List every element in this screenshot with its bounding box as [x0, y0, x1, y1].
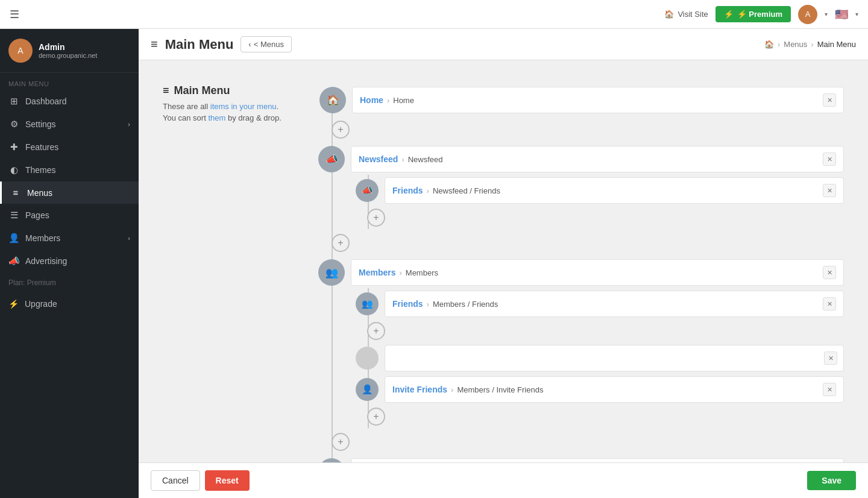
upgrade-icon: ⚡	[8, 299, 19, 309]
add-button-after-home[interactable]: +	[332, 121, 350, 139]
sidebar-item-features[interactable]: ✚ Features	[0, 136, 139, 159]
sidebar-item-label: Members	[25, 233, 60, 243]
themes-icon: ◐	[8, 165, 19, 175]
sidebar-item-label: Pages	[25, 210, 49, 220]
right-panel: 🏠 Home › Home ✕	[319, 72, 856, 462]
menu-item-invite-friends: Invite Friends › Members / Invite Friend…	[385, 376, 844, 403]
add-button-members-sub2[interactable]: +	[367, 408, 385, 426]
cancel-button[interactable]: Cancel	[151, 470, 200, 491]
sidebar-item-label: Advertising	[25, 256, 67, 266]
photos-node-icon: 📷	[318, 458, 345, 462]
breadcrumb: 🏠 › Menus › Main Menu	[764, 40, 856, 49]
user-avatar-topbar[interactable]: A	[798, 5, 817, 24]
members-friends-label: Friends	[392, 299, 423, 309]
members-label: Members	[359, 268, 395, 277]
page-header: ≡ Main Menu ‹ < Menus 🏠 › Menus › Main M…	[139, 29, 868, 60]
newsfeed-node-icon: 📣	[318, 146, 345, 172]
members-friends-icon: 👥	[356, 292, 379, 315]
menu-item-home: Home › Home ✕	[352, 87, 844, 113]
main-content: ≡ Main Menu ‹ < Menus 🏠 › Menus › Main M…	[139, 29, 868, 498]
sidebar-item-pages[interactable]: ☰ Pages	[0, 204, 139, 227]
members-chevron-icon: ›	[128, 235, 130, 242]
premium-button[interactable]: ⚡ ⚡ Premium	[715, 6, 791, 22]
add-button-after-newsfeed[interactable]: +	[332, 234, 350, 252]
features-icon: ✚	[8, 142, 19, 153]
lightning-icon: ⚡	[724, 10, 734, 19]
breadcrumb-home-icon[interactable]: 🏠	[764, 40, 774, 49]
blank-close-button[interactable]: ✕	[824, 351, 837, 365]
invite-friends-label: Invite Friends	[392, 385, 447, 394]
sidebar-item-themes[interactable]: ◐ Themes	[0, 159, 139, 181]
sidebar-item-upgrade[interactable]: ⚡ Upgrade	[0, 293, 139, 315]
home-node-icon: 🏠	[319, 87, 346, 113]
newsfeed-close-button[interactable]: ✕	[823, 153, 836, 166]
home-icon: 🏠	[664, 10, 674, 19]
invite-friends-path: Members / Invite Friends	[457, 385, 543, 394]
hamburger-icon[interactable]: ☰	[10, 8, 19, 21]
sidebar-username: Admin	[39, 42, 97, 52]
tree-row-newsfeed: 📣 Newsfeed › Newsfeed ✕	[319, 143, 844, 175]
tree-row-photos: 📷 Photos › Photos ✕	[319, 456, 844, 462]
newsfeed-friends-label: Friends	[392, 186, 423, 195]
sidebar-item-advertising[interactable]: 📣 Advertising	[0, 250, 139, 273]
breadcrumb-sep1: ›	[778, 40, 780, 49]
add-button-after-members[interactable]: +	[332, 433, 350, 451]
reset-button[interactable]: Reset	[205, 470, 250, 491]
sidebar-item-label: Dashboard	[25, 96, 67, 106]
avatar: A	[8, 39, 33, 63]
avatar-chevron-icon[interactable]: ▾	[825, 11, 828, 17]
sidebar: A Admin demo.groupanic.net Main Menu ⊞ D…	[0, 29, 139, 498]
invite-friends-close-button[interactable]: ✕	[823, 383, 836, 396]
flag-chevron-icon[interactable]: ▾	[855, 11, 858, 17]
visit-site-button[interactable]: 🏠 Visit Site	[664, 10, 708, 19]
back-to-menus-button[interactable]: ‹ < Menus	[241, 36, 292, 52]
settings-icon: ⚙	[8, 119, 19, 130]
members-friends-close-button[interactable]: ✕	[823, 297, 836, 310]
menu-description1: These are all items in your menu.	[163, 102, 307, 111]
scroll-area: ≡ Main Menu These are all items in your …	[139, 60, 868, 462]
left-panel: ≡ Main Menu These are all items in your …	[151, 72, 319, 462]
items-link[interactable]: items in your menu	[210, 102, 277, 111]
chevron-right-icon: ›	[128, 121, 130, 128]
menu-item-members-friends: Friends › Members / Friends ✕	[385, 291, 844, 317]
dashboard-icon: ⊞	[8, 96, 19, 107]
page-title: Main Menu	[165, 37, 234, 52]
add-button-members-sub1[interactable]: +	[367, 322, 385, 340]
menu-item-blank: ✕	[385, 345, 844, 371]
sidebar-section-label: Main Menu	[0, 73, 139, 90]
members-icon: 👤	[8, 233, 19, 244]
sidebar-item-label: Menus	[27, 188, 52, 198]
sort-link[interactable]: them	[208, 113, 225, 122]
newsfeed-label: Newsfeed	[359, 154, 398, 164]
add-button-newsfeed-sub[interactable]: +	[367, 209, 385, 227]
breadcrumb-menus-link[interactable]: Menus	[784, 40, 807, 49]
newsfeed-path: Newsfeed	[408, 155, 443, 164]
breadcrumb-current: Main Menu	[817, 40, 856, 49]
menu-title-icon: ≡	[151, 37, 158, 51]
back-arrow-icon: ‹	[248, 40, 251, 49]
menu-section-title: Main Menu	[174, 84, 230, 97]
menu-item-photos: Photos › Photos ✕	[351, 458, 844, 462]
sidebar-domain: demo.groupanic.net	[39, 52, 97, 59]
sidebar-item-label: Themes	[25, 165, 56, 175]
menu-item-newsfeed-friends: Friends › Newsfeed / Friends ✕	[385, 177, 844, 204]
sidebar-user: A Admin demo.groupanic.net	[0, 29, 139, 73]
newsfeed-friends-close-button[interactable]: ✕	[823, 184, 836, 197]
members-close-button[interactable]: ✕	[823, 266, 836, 279]
members-path: Members	[406, 268, 438, 277]
sidebar-item-settings[interactable]: ⚙ Settings ›	[0, 113, 139, 136]
sidebar-item-menus[interactable]: ≡ Menus	[0, 181, 139, 204]
home-close-button[interactable]: ✕	[823, 93, 836, 107]
pages-icon: ☰	[8, 210, 19, 221]
save-button[interactable]: Save	[807, 471, 856, 490]
blank-node-icon	[356, 347, 379, 370]
sidebar-item-dashboard[interactable]: ⊞ Dashboard	[0, 90, 139, 113]
menus-icon: ≡	[10, 188, 21, 198]
sidebar-upgrade-label: Upgrade	[25, 299, 57, 309]
sidebar-item-label: Features	[25, 142, 58, 152]
language-flag[interactable]: 🇺🇸	[835, 8, 848, 21]
bottom-bar: Cancel Reset Save	[139, 462, 868, 498]
invite-friends-icon: 👤	[356, 378, 379, 401]
sidebar-item-members[interactable]: 👤 Members ›	[0, 227, 139, 250]
newsfeed-friends-path: Newsfeed / Friends	[433, 186, 500, 195]
